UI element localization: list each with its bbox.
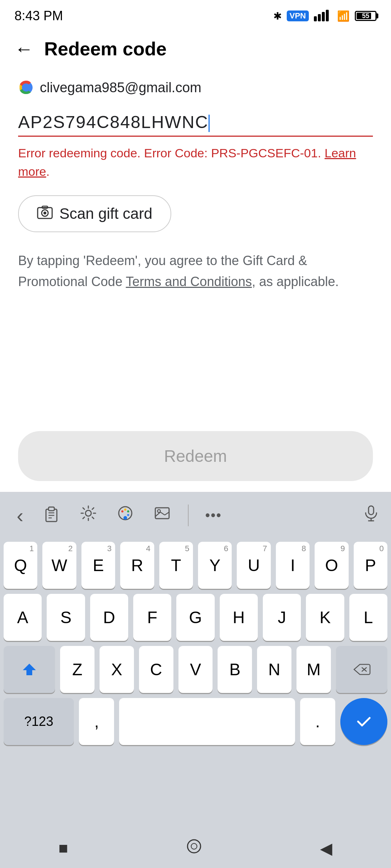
terms-link[interactable]: Terms and Conditions bbox=[126, 274, 252, 289]
key-E[interactable]: 3E bbox=[81, 542, 115, 589]
scan-button-label: Scan gift card bbox=[59, 205, 152, 222]
key-Q[interactable]: 1Q bbox=[4, 542, 37, 589]
signal-icon bbox=[314, 8, 332, 24]
status-bar: 8:43 PM ✱ VPN 📶 55 bbox=[0, 0, 391, 29]
redeem-button-container: Redeem bbox=[0, 431, 391, 481]
error-message: Error redeeming code. Error Code: PRS-PG… bbox=[18, 144, 373, 181]
key-C[interactable]: C bbox=[139, 646, 173, 693]
key-M[interactable]: M bbox=[297, 646, 331, 693]
text-cursor bbox=[209, 115, 210, 132]
key-Z[interactable]: Z bbox=[60, 646, 94, 693]
account-email: clivegama985@gmail.com bbox=[40, 80, 201, 95]
battery-icon: 55 bbox=[355, 11, 377, 21]
svg-point-15 bbox=[121, 510, 123, 512]
svg-rect-2 bbox=[322, 12, 325, 21]
wifi-icon: 📶 bbox=[337, 10, 350, 22]
key-comma[interactable]: , bbox=[79, 698, 114, 745]
keyboard-row-1: 1Q 2W 3E 4R 5T 6Y 7U 8I 9O 0P bbox=[4, 542, 387, 589]
keyboard: ‹ bbox=[0, 492, 391, 868]
svg-line-22 bbox=[160, 512, 165, 515]
keyboard-back-button[interactable]: ‹ bbox=[11, 500, 29, 531]
key-I[interactable]: 8I bbox=[276, 542, 310, 589]
bluetooth-icon: ✱ bbox=[273, 10, 282, 22]
key-B[interactable]: B bbox=[218, 646, 252, 693]
image-icon[interactable] bbox=[147, 501, 177, 530]
key-T[interactable]: 5T bbox=[159, 542, 193, 589]
key-V[interactable]: V bbox=[178, 646, 213, 693]
status-icons: ✱ VPN 📶 55 bbox=[273, 8, 377, 24]
code-input-value[interactable]: AP2S794C848LHWNC bbox=[18, 112, 209, 132]
status-time: 8:43 PM bbox=[14, 8, 63, 24]
redeem-button[interactable]: Redeem bbox=[18, 431, 373, 481]
num-key[interactable]: ?123 bbox=[4, 698, 74, 745]
svg-point-17 bbox=[127, 510, 129, 512]
svg-rect-3 bbox=[326, 10, 329, 21]
back-button[interactable]: ← bbox=[14, 39, 33, 58]
main-content: clivegama985@gmail.com AP2S794C848LHWNC … bbox=[0, 69, 391, 303]
terms-text: By tapping 'Redeem', you agree to the Gi… bbox=[18, 250, 373, 292]
key-U[interactable]: 7U bbox=[237, 542, 270, 589]
keyboard-row-3: Z X C V B N M bbox=[4, 646, 387, 693]
account-row: clivegama985@gmail.com bbox=[18, 80, 373, 95]
key-G[interactable]: G bbox=[176, 594, 214, 641]
svg-rect-9 bbox=[49, 507, 54, 511]
key-W[interactable]: 2W bbox=[42, 542, 76, 589]
keyboard-row-2: A S D F G H J K L bbox=[4, 594, 387, 641]
back-nav-button[interactable]: ◀ bbox=[320, 839, 332, 858]
vpn-badge: VPN bbox=[287, 10, 309, 21]
key-H[interactable]: H bbox=[220, 594, 258, 641]
key-K[interactable]: K bbox=[306, 594, 344, 641]
svg-rect-0 bbox=[314, 16, 317, 21]
google-icon bbox=[18, 80, 34, 95]
done-key[interactable] bbox=[340, 698, 387, 745]
circle-nav-button[interactable] bbox=[185, 837, 203, 859]
key-R[interactable]: 4R bbox=[120, 542, 154, 589]
code-input-wrapper[interactable]: AP2S794C848LHWNC bbox=[18, 109, 373, 137]
key-L[interactable]: L bbox=[349, 594, 387, 641]
key-period[interactable]: . bbox=[300, 698, 335, 745]
key-O[interactable]: 9O bbox=[315, 542, 348, 589]
key-J[interactable]: J bbox=[263, 594, 301, 641]
space-key[interactable] bbox=[119, 698, 295, 745]
key-X[interactable]: X bbox=[100, 646, 134, 693]
key-S[interactable]: S bbox=[47, 594, 85, 641]
key-N[interactable]: N bbox=[257, 646, 291, 693]
clipboard-icon[interactable] bbox=[37, 501, 66, 530]
settings-icon[interactable] bbox=[73, 501, 103, 530]
square-nav-button[interactable]: ■ bbox=[59, 839, 68, 857]
svg-rect-25 bbox=[369, 506, 374, 515]
svg-point-13 bbox=[85, 510, 91, 516]
shift-key[interactable] bbox=[4, 646, 55, 693]
keyboard-keys: 1Q 2W 3E 4R 5T 6Y 7U 8I 9O 0P A S D F G … bbox=[0, 539, 391, 748]
backspace-key[interactable] bbox=[336, 646, 387, 693]
svg-rect-1 bbox=[318, 14, 321, 21]
keyboard-toolbar: ‹ bbox=[0, 492, 391, 539]
camera-icon bbox=[37, 204, 53, 224]
key-Y[interactable]: 6Y bbox=[198, 542, 232, 589]
svg-point-31 bbox=[191, 843, 197, 849]
svg-line-23 bbox=[165, 512, 169, 515]
more-icon[interactable]: ••• bbox=[199, 504, 228, 527]
toolbar-divider bbox=[188, 505, 189, 526]
svg-point-19 bbox=[123, 516, 127, 520]
navigation-bar: ■ ◀ bbox=[0, 832, 391, 868]
key-P[interactable]: 0P bbox=[354, 542, 387, 589]
key-A[interactable]: A bbox=[4, 594, 42, 641]
svg-point-16 bbox=[124, 509, 126, 511]
top-bar: ← Redeem code bbox=[0, 29, 391, 69]
svg-point-24 bbox=[157, 510, 160, 512]
palette-icon[interactable] bbox=[110, 501, 140, 530]
svg-point-6 bbox=[43, 212, 46, 214]
microphone-icon[interactable] bbox=[362, 504, 380, 527]
key-D[interactable]: D bbox=[90, 594, 128, 641]
scan-gift-card-button[interactable]: Scan gift card bbox=[18, 195, 171, 232]
keyboard-row-4: ?123 , . bbox=[4, 698, 387, 745]
svg-point-18 bbox=[127, 514, 129, 516]
svg-point-30 bbox=[188, 840, 201, 853]
key-F[interactable]: F bbox=[133, 594, 171, 641]
page-title: Redeem code bbox=[44, 38, 167, 60]
